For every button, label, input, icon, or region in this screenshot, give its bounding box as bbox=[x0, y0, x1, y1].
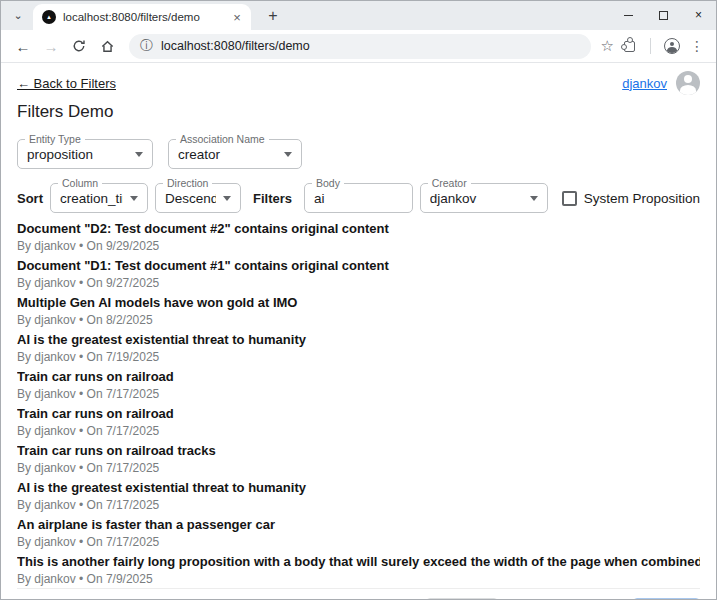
proposition-title[interactable]: An airplane is faster than a passenger c… bbox=[17, 517, 700, 533]
proposition-title[interactable]: Train car runs on railroad tracks bbox=[17, 443, 700, 459]
site-info-icon[interactable]: ⓘ bbox=[140, 37, 153, 55]
back-to-filters-link[interactable]: ← Back to Filters bbox=[17, 76, 116, 91]
sort-direction-select[interactable]: Direction Descending bbox=[155, 183, 241, 213]
menu-dots-icon[interactable]: ⋮ bbox=[688, 38, 706, 54]
user-avatar[interactable] bbox=[676, 71, 700, 95]
site-favicon-icon: ▲ bbox=[42, 10, 56, 24]
list-item: AI is the greatest existential threat to… bbox=[17, 329, 700, 366]
list-item: Document "D2: Test document #2" contains… bbox=[17, 218, 700, 255]
system-proposition-checkbox-wrap[interactable]: System Proposition bbox=[562, 191, 700, 206]
proposition-byline: By djankov • On 7/17/2025 bbox=[17, 424, 700, 438]
results-list: Document "D2: Test document #2" contains… bbox=[17, 218, 700, 588]
proposition-byline: By djankov • On 9/27/2025 bbox=[17, 276, 700, 290]
creator-filter-select[interactable]: Creator djankov bbox=[420, 183, 548, 213]
sort-column-select[interactable]: Column creation_time bbox=[50, 183, 148, 213]
proposition-byline: By djankov • On 9/29/2025 bbox=[17, 239, 700, 253]
list-item: Train car runs on railroad tracks By dja… bbox=[17, 440, 700, 477]
proposition-byline: By djankov • On 7/17/2025 bbox=[17, 498, 700, 512]
home-icon[interactable] bbox=[95, 34, 119, 58]
chevron-down-icon bbox=[135, 152, 143, 157]
tab-search-caret-icon[interactable]: ⌄ bbox=[7, 6, 29, 26]
proposition-byline: By djankov • On 7/19/2025 bbox=[17, 350, 700, 364]
list-item: Train car runs on railroad By djankov • … bbox=[17, 366, 700, 403]
chevron-down-icon bbox=[223, 196, 231, 201]
direction-label: Direction bbox=[163, 177, 212, 190]
column-value: creation_time bbox=[60, 191, 123, 206]
proposition-byline: By djankov • On 8/2/2025 bbox=[17, 313, 700, 327]
first-page-button[interactable]: |< FIRST bbox=[426, 598, 498, 599]
proposition-title[interactable]: Document "D2: Test document #2" contains… bbox=[17, 221, 700, 237]
address-bar[interactable]: ⓘ localhost:8080/filters/demo bbox=[129, 34, 591, 59]
chevron-down-icon bbox=[284, 152, 292, 157]
toolbar-divider bbox=[650, 38, 651, 54]
entity-type-label: Entity Type bbox=[25, 133, 85, 146]
proposition-byline: By djankov • On 7/9/2025 bbox=[17, 572, 700, 586]
system-proposition-checkbox[interactable] bbox=[562, 191, 577, 206]
proposition-byline: By djankov • On 7/17/2025 bbox=[17, 461, 700, 475]
tab-title: localhost:8080/filters/demo bbox=[63, 11, 222, 23]
proposition-title[interactable]: Multiple Gen AI models have won gold at … bbox=[17, 295, 700, 311]
page-title: Filters Demo bbox=[17, 102, 700, 122]
body-filter-field[interactable]: Body bbox=[304, 183, 413, 213]
back-icon[interactable]: ← bbox=[11, 34, 35, 58]
body-label: Body bbox=[312, 177, 344, 190]
username-link[interactable]: djankov bbox=[622, 76, 667, 91]
results-footer: Showing 1 to 10 of 12 results |< FIRST 1… bbox=[17, 588, 700, 599]
direction-value: Descending bbox=[165, 191, 216, 206]
creator-label: Creator bbox=[428, 177, 471, 190]
proposition-title[interactable]: Train car runs on railroad bbox=[17, 406, 700, 422]
filters-label: Filters bbox=[253, 191, 292, 206]
list-item: Train car runs on railroad By djankov • … bbox=[17, 403, 700, 440]
sort-filter-row: Sort Column creation_time Direction Desc… bbox=[17, 183, 700, 213]
system-proposition-label: System Proposition bbox=[584, 191, 700, 206]
extensions-icon[interactable] bbox=[624, 41, 635, 52]
profile-icon[interactable] bbox=[664, 38, 680, 54]
page-header: ← Back to Filters djankov bbox=[17, 72, 700, 94]
pagination: |< FIRST 12 LAST >| bbox=[426, 598, 700, 599]
proposition-title[interactable]: AI is the greatest existential threat to… bbox=[17, 480, 700, 496]
proposition-title[interactable]: Train car runs on railroad bbox=[17, 369, 700, 385]
entity-filter-row: Entity Type proposition Association Name… bbox=[17, 139, 700, 169]
proposition-title[interactable]: Document "D1: Test document #1" contains… bbox=[17, 258, 700, 274]
proposition-byline: By djankov • On 7/17/2025 bbox=[17, 387, 700, 401]
list-item: An airplane is faster than a passenger c… bbox=[17, 514, 700, 551]
sort-label: Sort bbox=[17, 191, 43, 206]
body-filter-input[interactable] bbox=[314, 191, 403, 206]
window-controls: × bbox=[611, 1, 716, 29]
association-name-value: creator bbox=[178, 147, 277, 162]
browser-tab[interactable]: ▲ localhost:8080/filters/demo × bbox=[33, 4, 251, 30]
new-tab-button[interactable]: + bbox=[261, 4, 285, 28]
entity-type-select[interactable]: Entity Type proposition bbox=[17, 139, 153, 169]
tab-close-icon[interactable]: × bbox=[229, 10, 245, 25]
list-item: AI is the greatest existential threat to… bbox=[17, 477, 700, 514]
column-label: Column bbox=[58, 177, 102, 190]
entity-type-value: proposition bbox=[27, 147, 128, 162]
tab-strip: ⌄ ▲ localhost:8080/filters/demo × + × bbox=[1, 1, 716, 30]
bookmark-star-icon[interactable]: ☆ bbox=[601, 37, 614, 55]
creator-value: djankov bbox=[430, 191, 523, 206]
forward-icon[interactable]: → bbox=[39, 34, 63, 58]
chevron-down-icon bbox=[530, 196, 538, 201]
association-name-select[interactable]: Association Name creator bbox=[168, 139, 302, 169]
minimize-button[interactable] bbox=[611, 1, 646, 29]
reload-icon[interactable] bbox=[67, 34, 91, 58]
maximize-button[interactable] bbox=[646, 1, 681, 29]
list-item: Multiple Gen AI models have won gold at … bbox=[17, 292, 700, 329]
page-content: ← Back to Filters djankov Filters Demo E… bbox=[1, 63, 716, 599]
last-page-button[interactable]: LAST >| bbox=[633, 598, 700, 599]
proposition-title[interactable]: AI is the greatest existential threat to… bbox=[17, 332, 700, 348]
user-area: djankov bbox=[622, 71, 700, 95]
list-item: Document "D1: Test document #1" contains… bbox=[17, 255, 700, 292]
proposition-title[interactable]: This is another fairly long proposition … bbox=[17, 554, 700, 570]
proposition-byline: By djankov • On 7/17/2025 bbox=[17, 535, 700, 549]
chevron-down-icon bbox=[130, 196, 138, 201]
list-item: This is another fairly long proposition … bbox=[17, 551, 700, 588]
browser-window: ⌄ ▲ localhost:8080/filters/demo × + × ← … bbox=[0, 0, 717, 600]
association-name-label: Association Name bbox=[176, 133, 269, 146]
browser-toolbar: ← → ⓘ localhost:8080/filters/demo ☆ ⋮ bbox=[1, 30, 716, 63]
url-text: localhost:8080/filters/demo bbox=[161, 39, 310, 53]
window-close-button[interactable]: × bbox=[681, 1, 716, 29]
